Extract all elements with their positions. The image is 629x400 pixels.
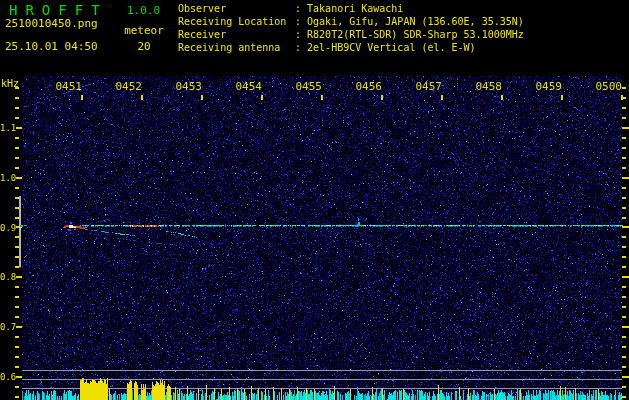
info-row-receiving-location: Receiving Location: Ogaki, Gifu, JAPAN (… [178, 15, 524, 28]
info-row-observer: Observer: Takanori Kawachi [178, 2, 524, 15]
freq-label-0.6: 0.6 [0, 373, 16, 382]
freq-label-0.8: 0.8 [0, 273, 16, 282]
time-label-0458: 0458 [473, 81, 502, 92]
freq-label-0.9: 0.9 [0, 224, 16, 233]
mode-label: meteor [122, 25, 166, 36]
info-row-receiving-antenna: Receiving antenna: 2el-HB9CV Vertical (e… [178, 41, 524, 54]
time-label-0454: 0454 [233, 81, 262, 92]
freq-label-1.1: 1.1 [0, 124, 16, 133]
time-label-0500: 0500 [593, 81, 622, 92]
hrofft-output-image: HROFFT 1.0.0 2510010450.png meteor 25.10… [0, 0, 629, 400]
output-filename: 2510010450.png [5, 18, 98, 29]
info-row-receiver: Receiver: R820T2(RTL-SDR) SDR-Sharp 53.1… [178, 28, 524, 41]
freq-label-0.7: 0.7 [0, 323, 16, 332]
app-version: 1.0.0 [127, 5, 160, 16]
time-label-0453: 0453 [173, 81, 202, 92]
app-title: HROFFT [9, 3, 108, 17]
spectrogram-canvas [0, 0, 629, 400]
time-label-0459: 0459 [533, 81, 562, 92]
time-label-0457: 0457 [413, 81, 442, 92]
y-axis-unit-label: kHz [1, 79, 19, 89]
time-label-0456: 0456 [353, 81, 382, 92]
time-label-0452: 0452 [113, 81, 142, 92]
observation-datetime: 25.10.01 04:50 [5, 41, 98, 52]
station-info-block: Observer: Takanori KawachiReceiving Loca… [178, 2, 524, 54]
time-label-0455: 0455 [293, 81, 322, 92]
time-label-0451: 0451 [53, 81, 82, 92]
echo-count: 20 [122, 41, 166, 52]
freq-label-1.0: 1.0 [0, 174, 16, 183]
